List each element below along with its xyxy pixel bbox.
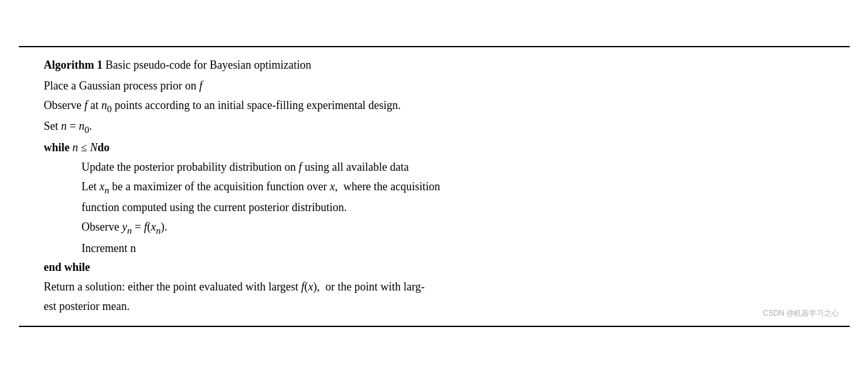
watermark: CSDN @机器学习之心 <box>763 307 840 319</box>
line-7-function: function computed using the current post… <box>44 198 825 217</box>
line-1: Place a Gaussian process prior on f <box>44 77 825 95</box>
line-8-observe: Observe yn = f(xn). <box>44 218 825 238</box>
algorithm-box: Algorithm 1 Basic pseudo-code for Bayesi… <box>19 46 850 327</box>
algorithm-title: Algorithm 1 Basic pseudo-code for Bayesi… <box>44 56 825 74</box>
line-12-posterior: est posterior mean. <box>44 297 825 316</box>
algorithm-label: Algorithm 1 <box>44 59 103 71</box>
algorithm-description: Basic pseudo-code for Bayesian optimizat… <box>106 59 312 71</box>
line-10-endwhile: end while <box>44 258 825 277</box>
line-3: Set n = n0. <box>44 117 825 137</box>
line-2: Observe f at n0 points according to an i… <box>44 96 825 117</box>
line-6-let: Let xn be a maximizer of the acquisition… <box>44 178 825 198</box>
line-9-increment: Increment n <box>44 239 825 258</box>
line-5-update: Update the posterior probability distrib… <box>44 158 825 176</box>
line-11-return: Return a solution: either the point eval… <box>44 278 825 296</box>
line-4-while: while n ≤ Ndo <box>44 139 825 157</box>
